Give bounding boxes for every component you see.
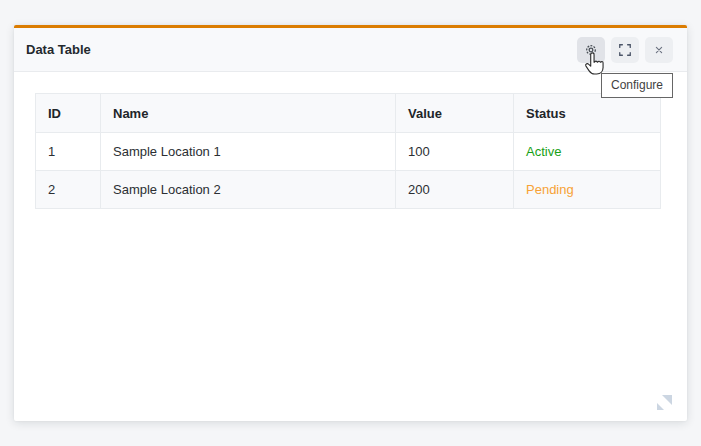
cell-name: Sample Location 1 <box>101 133 396 171</box>
close-button[interactable] <box>645 37 673 63</box>
table-row: 1 Sample Location 1 100 Active <box>36 133 661 171</box>
cell-status: Pending <box>514 171 661 209</box>
resize-handle[interactable] <box>653 393 674 414</box>
column-header-value: Value <box>396 94 514 133</box>
configure-tooltip: Configure <box>601 73 673 98</box>
tooltip-text: Configure <box>611 78 663 92</box>
table-row: 2 Sample Location 2 200 Pending <box>36 171 661 209</box>
column-header-status: Status <box>514 94 661 133</box>
panel-body: ID Name Value Status 1 Sample Location 1… <box>14 72 687 209</box>
expand-button[interactable] <box>611 37 639 63</box>
column-header-name: Name <box>101 94 396 133</box>
panel-title: Data Table <box>26 42 91 57</box>
expand-icon <box>618 43 632 57</box>
panel-header: Data Table <box>14 28 687 72</box>
cell-id: 1 <box>36 133 101 171</box>
cell-value: 100 <box>396 133 514 171</box>
data-table: ID Name Value Status 1 Sample Location 1… <box>35 93 661 209</box>
resize-arrow-icon <box>653 393 674 414</box>
close-icon <box>653 44 665 56</box>
cell-name: Sample Location 2 <box>101 171 396 209</box>
configure-button[interactable] <box>577 37 605 63</box>
data-table-panel: Data Table <box>14 25 687 421</box>
cell-status: Active <box>514 133 661 171</box>
cell-value: 200 <box>396 171 514 209</box>
cell-id: 2 <box>36 171 101 209</box>
panel-actions <box>577 37 673 63</box>
table-header-row: ID Name Value Status <box>36 94 661 133</box>
column-header-id: ID <box>36 94 101 133</box>
gear-icon <box>584 43 598 57</box>
